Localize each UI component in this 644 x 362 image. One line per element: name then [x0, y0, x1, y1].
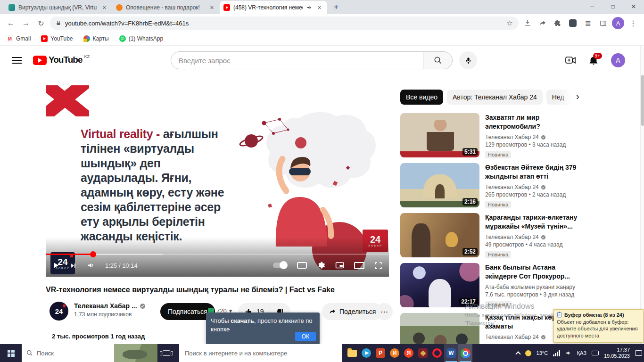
- related-channel[interactable]: Телеканал Хабар 24: [485, 234, 586, 240]
- chip-from-channel[interactable]: Автор: Телеканал Хабар 24: [447, 90, 543, 105]
- bookmark-star-icon[interactable]: ☆: [507, 19, 513, 27]
- bookmark-maps[interactable]: Карты: [83, 35, 109, 42]
- search-input[interactable]: [171, 51, 423, 69]
- related-title[interactable]: Захватят ли мир электромобили?: [485, 113, 586, 131]
- related-channel[interactable]: Ата-баба жолымен рухани жаңару: [485, 284, 586, 290]
- save-to-device-icon[interactable]: [521, 17, 534, 29]
- chip-all-videos[interactable]: Все видео: [400, 90, 443, 105]
- window-maximize-button[interactable]: □: [603, 0, 623, 13]
- tooltip-ok-button[interactable]: ОК: [295, 332, 316, 341]
- notifications-bell[interactable]: 9+: [588, 55, 599, 66]
- keyboard-language[interactable]: ҚАЗ: [577, 350, 586, 356]
- video-player[interactable]: Virtual reality - ағылшын тілінен «вирту…: [46, 85, 389, 277]
- window-close-button[interactable]: ✕: [623, 0, 644, 13]
- darkred-app-button[interactable]: [416, 344, 430, 362]
- chips-scroll-right-icon[interactable]: ›: [576, 91, 579, 102]
- network-icon[interactable]: [553, 350, 560, 356]
- channel-avatar[interactable]: 24: [50, 302, 68, 321]
- subtitles-button[interactable]: [297, 262, 307, 269]
- touch-keyboard-icon[interactable]: [592, 351, 599, 355]
- play-button[interactable]: [52, 262, 60, 269]
- tab-3-active[interactable]: (458) VR-технология немесе ✕: [220, 1, 327, 14]
- scrollbar-thumb[interactable]: [641, 75, 644, 126]
- word-button[interactable]: W: [444, 344, 458, 362]
- volume-button[interactable]: [87, 261, 95, 270]
- telegram-button[interactable]: [359, 344, 373, 362]
- video-thumbnail[interactable]: 22:17: [400, 263, 479, 307]
- side-panel-icon[interactable]: [597, 17, 609, 29]
- tab-close-icon[interactable]: ✕: [315, 4, 323, 11]
- opera-button[interactable]: [430, 344, 444, 362]
- file-explorer-button[interactable]: [345, 344, 359, 362]
- reload-button[interactable]: ↻: [35, 17, 47, 29]
- miniplayer-button[interactable]: [335, 262, 344, 269]
- orange-app-button[interactable]: И: [388, 344, 402, 362]
- tab-close-icon[interactable]: ✕: [100, 4, 108, 11]
- search-button[interactable]: [423, 51, 453, 69]
- settings-gear-icon[interactable]: [317, 261, 325, 270]
- url-field[interactable]: youtube.com/watch?v=FK8hrbE-edM&t=461s ☆: [50, 16, 519, 30]
- new-tab-button[interactable]: +: [330, 1, 342, 13]
- verified-badge-icon: [541, 235, 546, 240]
- clipboard-notification[interactable]: Буфер обмена (8 из 24) Объект не добавле…: [553, 309, 644, 343]
- related-channel[interactable]: Телеканал Хабар 24: [485, 184, 586, 190]
- video-thumbnail[interactable]: 2:52: [400, 213, 479, 257]
- video-thumbnail[interactable]: 2:16: [400, 163, 479, 207]
- volume-icon[interactable]: [565, 350, 572, 356]
- web-search-bar[interactable]: Поиск в интернете и на компьютере: [179, 344, 342, 362]
- tab-2[interactable]: Оповещение - ваш подарок! ✕: [112, 1, 220, 14]
- hidden-icons-chevron[interactable]: [515, 351, 520, 356]
- video-thumbnail[interactable]: 5:31: [400, 113, 479, 157]
- temperature[interactable]: 13°C: [537, 350, 548, 356]
- forward-button[interactable]: →: [20, 17, 32, 29]
- progress-bar[interactable]: [46, 254, 389, 255]
- extension-app-icon[interactable]: [567, 17, 579, 29]
- task-view-button[interactable]: [157, 344, 175, 362]
- tab-1[interactable]: Виртуалды шындық (VR, Virtual ✕: [5, 1, 112, 14]
- tab-close-icon[interactable]: ✕: [208, 4, 216, 11]
- back-button[interactable]: ←: [5, 17, 17, 29]
- bookmark-youtube[interactable]: YouTube: [41, 35, 73, 42]
- start-button[interactable]: [0, 344, 22, 362]
- channel-name[interactable]: Телеканал Хабар ...: [74, 302, 137, 310]
- taskbar-search-box[interactable]: Поиск: [22, 344, 157, 362]
- youtube-logo[interactable]: YouTube KZ: [33, 54, 90, 65]
- tab-audio-icon[interactable]: [306, 5, 312, 10]
- voice-search-button[interactable]: [459, 51, 477, 69]
- related-title[interactable]: Қарағанды тарихи-өлкетану мұражайы «Музе…: [485, 213, 586, 231]
- browser-menu-icon[interactable]: ⋮: [627, 17, 639, 29]
- channel-info[interactable]: Телеканал Хабар ... 1,73 млн подписчиков: [74, 302, 146, 318]
- bookmark-whatsapp[interactable]: ✆(1) WhatsApp: [119, 35, 163, 42]
- share-button[interactable]: Поделиться: [322, 303, 382, 320]
- chrome-button[interactable]: [458, 344, 472, 362]
- yandex-browser-button[interactable]: Я: [402, 344, 416, 362]
- youtube-search: [171, 51, 453, 69]
- more-actions-button[interactable]: ⋯: [376, 303, 393, 320]
- youtube-profile-avatar[interactable]: A: [611, 53, 625, 67]
- create-video-icon[interactable]: [565, 55, 576, 66]
- share-icon[interactable]: [537, 17, 549, 29]
- autoplay-toggle[interactable]: [273, 263, 287, 268]
- theater-mode-button[interactable]: [354, 262, 364, 269]
- taskbar-clock[interactable]: 17:37 19.05.2023: [604, 347, 630, 359]
- related-video-3[interactable]: 2:52 Қарағанды тарихи-өлкетану мұражайы …: [400, 213, 636, 258]
- related-video-1[interactable]: 5:31 Захватят ли мир электромобили? Теле…: [400, 113, 636, 158]
- browser-profile-avatar[interactable]: A: [612, 17, 624, 29]
- window-minimize-button[interactable]: ─: [582, 0, 603, 13]
- bookmark-gmail[interactable]: MGmail: [7, 35, 31, 42]
- chrome-icon: [461, 348, 471, 358]
- next-button[interactable]: [70, 262, 77, 269]
- fullscreen-button[interactable]: [374, 262, 382, 270]
- action-center-icon[interactable]: [635, 350, 642, 356]
- related-video-4[interactable]: 22:17 Банк былығы Астана әкімдерге Сот П…: [400, 263, 636, 308]
- bing-hippo-image[interactable]: [114, 344, 157, 362]
- related-title[interactable]: Өзбекстан Әйтеке бидің 379 жылдығы атап …: [485, 163, 586, 181]
- powerpoint-button[interactable]: P: [373, 344, 388, 362]
- guide-menu-icon[interactable]: [12, 57, 22, 64]
- related-title[interactable]: Банк былығы Астана әкімдерге Сот Прокуро…: [485, 263, 586, 281]
- extensions-puzzle-icon[interactable]: [552, 17, 564, 29]
- related-video-2[interactable]: 2:16 Өзбекстан Әйтеке бидің 379 жылдығы …: [400, 163, 636, 208]
- related-channel[interactable]: Телеканал Хабар 24: [485, 134, 586, 140]
- page-scrollbar[interactable]: [640, 46, 644, 344]
- reading-list-icon[interactable]: ≣: [582, 17, 594, 29]
